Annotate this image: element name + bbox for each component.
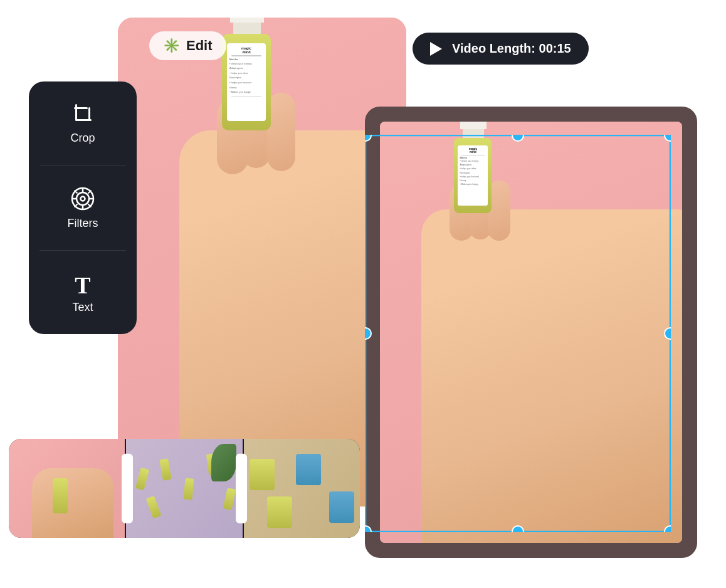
label-text-2: • clears your energy — [229, 62, 263, 66]
main-photo-card: magicmind Matcha • clears your energy Ad… — [118, 18, 406, 507]
seg1-bg — [9, 439, 125, 538]
crop-icon — [70, 102, 95, 127]
toolbar-divider-2 — [39, 250, 126, 251]
seg1-bottle — [53, 478, 68, 513]
toolbar-divider-1 — [39, 165, 126, 165]
svg-point-6 — [81, 197, 85, 201]
right-photo-card: magicmind Matcha • clears you energy Ada… — [365, 107, 697, 558]
label-text-4: • helps you relax — [229, 71, 263, 75]
seg2-b5 — [223, 488, 236, 510]
seg1-hand — [32, 468, 113, 538]
seg2-b1 — [135, 468, 149, 490]
seg2-b6 — [146, 496, 162, 519]
edit-button[interactable]: ✳️ Edit — [149, 31, 226, 60]
filmstrip-segment-3 — [243, 439, 360, 538]
seg3-box1 — [250, 459, 275, 490]
right-label-t5: Nootropics — [460, 172, 486, 175]
bottle-container: magicmind Matcha • clears your energy Ad… — [222, 18, 272, 130]
right-label-t1: Matcha — [460, 157, 486, 159]
seg3-box2 — [296, 454, 321, 485]
crop-label: Crop — [70, 132, 95, 145]
right-bottle-container: magicmind Matcha • clears you energy Ada… — [454, 122, 493, 213]
right-label-brand: magicmind — [469, 148, 477, 154]
right-label-t8: • Makes you happy — [460, 183, 486, 186]
bottle-label: magicmind Matcha • clears your energy Ad… — [227, 43, 266, 121]
seg3-bg — [244, 439, 360, 538]
label-text-7: Honey — [229, 86, 263, 90]
toolbar-item-filters[interactable]: Filters — [58, 181, 108, 235]
svg-point-5 — [76, 192, 89, 205]
label-line-2 — [231, 97, 262, 98]
right-label-t2: • clears you energy — [460, 160, 486, 163]
right-label-t7: Honey — [460, 179, 486, 182]
seg2-leaf — [211, 444, 236, 481]
right-hand-shape — [421, 209, 682, 543]
right-label-t4: • helps you relax — [460, 167, 486, 171]
svg-rect-3 — [74, 107, 88, 109]
right-label-t3: Adaptogens — [460, 164, 486, 167]
bottle-cap — [230, 18, 264, 23]
play-icon — [430, 42, 442, 56]
filters-icon — [70, 186, 96, 212]
filmstrip-images — [9, 439, 360, 538]
seg2-b3 — [184, 478, 194, 500]
filmstrip-handle-left[interactable] — [122, 454, 133, 523]
label-text-6: • helps you focused — [229, 81, 263, 85]
toolbar-item-text[interactable]: T Text — [60, 266, 105, 319]
filmstrip-segment-1 — [9, 439, 125, 538]
video-length-text: Video Length: 00:15 — [452, 41, 571, 56]
filters-label: Filters — [68, 217, 98, 230]
right-bottle-body: magicmind Matcha • clears you energy Ada… — [454, 138, 492, 213]
filmstrip — [9, 439, 360, 538]
svg-rect-0 — [75, 104, 77, 120]
video-badge: Video Length: 00:15 — [413, 33, 589, 65]
right-bottle-cap — [460, 122, 487, 129]
filmstrip-segment-2 — [125, 439, 242, 538]
right-card-inner: magicmind Matcha • clears you energy Ada… — [380, 122, 682, 543]
seg2-b2 — [159, 458, 172, 481]
right-hand-area: magicmind Matcha • clears you energy Ada… — [440, 172, 682, 543]
label-text-8: • Makes you happy — [229, 90, 263, 94]
text-icon: T — [70, 271, 95, 296]
right-bottle-label: magicmind Matcha • clears you energy Ada… — [458, 145, 488, 206]
right-bottle-neck — [463, 129, 484, 138]
right-label-t6: • helps you focused — [460, 176, 486, 179]
label-text-5: Nootropics — [229, 76, 263, 80]
label-line-1 — [231, 55, 262, 56]
toolbar-item-crop[interactable]: Crop — [60, 97, 105, 150]
bottle-body: magicmind Matcha • clears your energy Ad… — [222, 34, 271, 130]
scene: Crop Filters T Text — [0, 0, 726, 588]
filmstrip-handle-right[interactable] — [236, 454, 247, 523]
svg-rect-2 — [88, 107, 90, 121]
text-label: Text — [72, 301, 93, 314]
edit-button-label: Edit — [186, 38, 213, 54]
label-brand: magicmind — [241, 46, 251, 54]
label-text-1: Matcha — [229, 58, 263, 61]
bottle-neck — [233, 23, 261, 34]
edit-sparkle-icon: ✳️ — [163, 38, 180, 54]
right-label-div — [461, 155, 485, 155]
svg-text:T: T — [75, 272, 90, 296]
seg2-bg — [126, 439, 242, 538]
seg3-box4 — [329, 491, 354, 523]
label-text-3: Adaptogens — [229, 66, 263, 70]
seg3-box3 — [267, 496, 292, 528]
editor-toolbar: Crop Filters T Text — [29, 81, 137, 334]
